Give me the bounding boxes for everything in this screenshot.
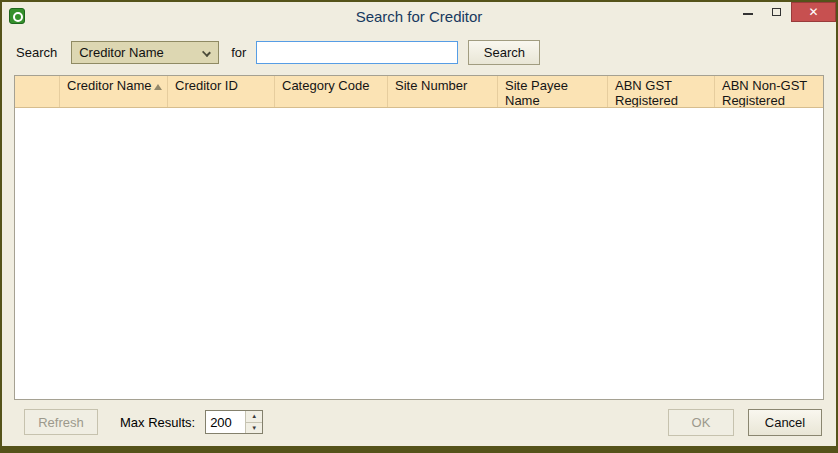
ok-button[interactable]: OK xyxy=(668,409,734,436)
column-header-abn-non-gst-registered[interactable]: ABN Non-GST Registered xyxy=(715,76,823,107)
max-results-label: Max Results: xyxy=(120,415,195,430)
column-header-site-number[interactable]: Site Number xyxy=(388,76,498,107)
column-header-site-payee-name[interactable]: Site Payee Name xyxy=(498,76,608,107)
search-field-dropdown[interactable]: Creditor Name xyxy=(71,41,219,64)
search-button[interactable]: Search xyxy=(468,40,540,65)
results-grid: Creditor Name Creditor ID Category Code … xyxy=(14,75,824,400)
column-header-row-selector xyxy=(15,76,60,107)
grid-body-empty xyxy=(15,108,823,399)
maximize-icon xyxy=(772,8,781,16)
column-header-label: Creditor Name xyxy=(67,78,152,93)
stepper-up-button[interactable]: ▲ xyxy=(246,411,262,422)
column-header-label: ABN Non-GST Registered xyxy=(722,78,807,107)
chevron-down-icon xyxy=(202,48,211,57)
column-header-creditor-id[interactable]: Creditor ID xyxy=(168,76,275,107)
column-header-label: Creditor ID xyxy=(175,78,238,93)
close-button[interactable]: ✕ xyxy=(791,2,836,22)
stepper-buttons: ▲ ▼ xyxy=(245,411,262,433)
search-bar: Search Creditor Name for Search xyxy=(2,30,836,75)
window-controls: ✕ xyxy=(733,2,836,22)
max-results-stepper: ▲ ▼ xyxy=(205,410,263,434)
column-header-category-code[interactable]: Category Code xyxy=(275,76,388,107)
search-label: Search xyxy=(16,45,57,60)
sort-ascending-icon xyxy=(154,84,162,90)
column-header-label: ABN GST Registered xyxy=(615,78,678,107)
column-header-label: Site Payee Name xyxy=(505,78,568,107)
column-header-creditor-name[interactable]: Creditor Name xyxy=(60,76,168,107)
max-results-input[interactable] xyxy=(206,411,245,433)
minimize-button[interactable] xyxy=(733,2,762,22)
for-label: for xyxy=(231,45,246,60)
window-title: Search for Creditor xyxy=(2,8,836,25)
maximize-button[interactable] xyxy=(762,2,791,22)
dialog-footer: Refresh Max Results: ▲ ▼ OK Cancel xyxy=(2,400,836,446)
column-header-label: Site Number xyxy=(395,78,467,93)
search-input[interactable] xyxy=(256,41,458,64)
column-header-abn-gst-registered[interactable]: ABN GST Registered xyxy=(608,76,715,107)
grid-header-row: Creditor Name Creditor ID Category Code … xyxy=(15,76,823,108)
refresh-button[interactable]: Refresh xyxy=(24,409,98,435)
column-header-label: Category Code xyxy=(282,78,369,93)
cancel-button[interactable]: Cancel xyxy=(748,409,822,436)
search-for-creditor-dialog: Search for Creditor ✕ Search Creditor Na… xyxy=(0,0,838,453)
search-field-dropdown-value: Creditor Name xyxy=(79,45,164,60)
stepper-down-button[interactable]: ▼ xyxy=(246,422,262,434)
titlebar: Search for Creditor ✕ xyxy=(2,2,836,30)
minimize-icon xyxy=(743,13,753,15)
